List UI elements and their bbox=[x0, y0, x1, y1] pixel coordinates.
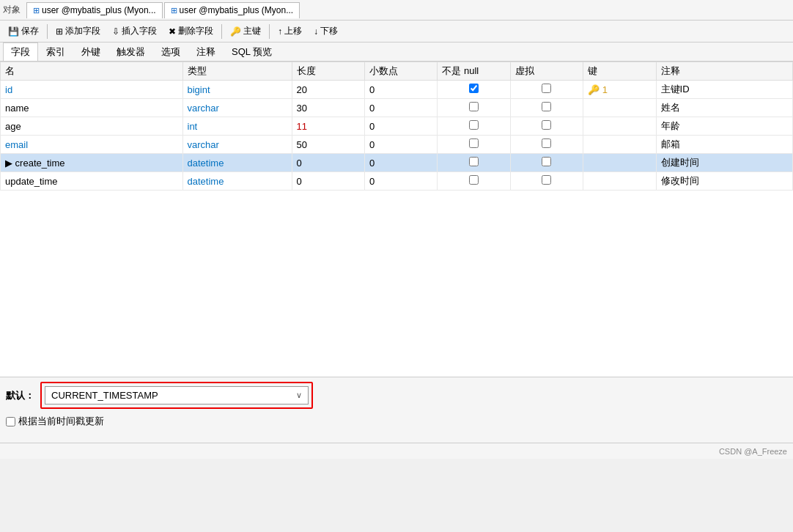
table-row[interactable]: emailvarchar500邮箱 bbox=[1, 136, 793, 154]
field-key-cell bbox=[583, 172, 656, 191]
virtual-checkbox[interactable] bbox=[542, 84, 551, 93]
field-name-cell[interactable]: id bbox=[1, 81, 183, 99]
field-virtual-cell bbox=[510, 117, 583, 136]
field-comment-cell[interactable]: 年龄 bbox=[656, 117, 792, 136]
notnull-checkbox[interactable] bbox=[469, 84, 479, 93]
field-name-cell[interactable]: name bbox=[1, 99, 183, 117]
field-decimal-cell[interactable]: 0 bbox=[364, 117, 437, 136]
move-down-button[interactable]: ↓ 下移 bbox=[309, 23, 343, 40]
key-icon: 🔑 1 bbox=[588, 84, 608, 95]
primary-key-button[interactable]: 🔑 主键 bbox=[225, 23, 266, 40]
add-field-button[interactable]: ⊞ 添加字段 bbox=[51, 23, 106, 40]
move-up-label: 上移 bbox=[284, 25, 302, 37]
move-down-label: 下移 bbox=[320, 25, 338, 37]
field-length-cell[interactable]: 50 bbox=[292, 136, 364, 154]
field-name-cell[interactable]: ▶ create_time bbox=[1, 154, 183, 172]
virtual-checkbox[interactable] bbox=[542, 120, 551, 130]
field-length-cell[interactable]: 11 bbox=[292, 117, 364, 136]
field-type-cell[interactable]: datetime bbox=[182, 154, 292, 172]
field-decimal-cell[interactable]: 0 bbox=[364, 99, 437, 117]
field-decimal-cell[interactable]: 0 bbox=[364, 81, 437, 99]
notnull-checkbox[interactable] bbox=[469, 102, 479, 111]
virtual-checkbox[interactable] bbox=[542, 157, 551, 166]
field-virtual-cell bbox=[510, 81, 583, 99]
tab-comments[interactable]: 注释 bbox=[188, 43, 224, 61]
primary-key-label: 主键 bbox=[243, 25, 261, 37]
insert-field-button[interactable]: ⇩ 插入字段 bbox=[107, 23, 162, 40]
move-up-button[interactable]: ↑ 上移 bbox=[273, 23, 307, 40]
virtual-checkbox[interactable] bbox=[542, 102, 551, 111]
notnull-checkbox[interactable] bbox=[469, 157, 479, 166]
save-icon: 💾 bbox=[8, 26, 19, 37]
field-key-cell bbox=[583, 154, 656, 172]
primary-key-icon: 🔑 bbox=[230, 26, 241, 37]
tab-triggers[interactable]: 触发器 bbox=[108, 43, 153, 61]
add-field-icon: ⊞ bbox=[56, 26, 63, 37]
table-row[interactable]: namevarchar300姓名 bbox=[1, 99, 793, 117]
field-decimal-cell[interactable]: 0 bbox=[364, 136, 437, 154]
field-notnull-cell bbox=[438, 172, 510, 191]
tab-1[interactable]: ⊞ user @mybatis_plus (Myon... bbox=[26, 2, 163, 18]
field-length-cell[interactable]: 20 bbox=[292, 81, 364, 99]
virtual-checkbox[interactable] bbox=[542, 138, 551, 148]
notnull-checkbox[interactable] bbox=[469, 138, 479, 148]
tab-foreign-keys[interactable]: 外键 bbox=[73, 43, 108, 61]
field-virtual-cell bbox=[510, 154, 583, 172]
default-label: 默认： bbox=[6, 389, 34, 402]
field-comment-cell[interactable]: 创建时间 bbox=[656, 154, 792, 172]
field-notnull-cell bbox=[438, 154, 510, 172]
tab-grid-icon-1: ⊞ bbox=[33, 6, 40, 15]
field-virtual-cell bbox=[510, 136, 583, 154]
virtual-checkbox[interactable] bbox=[542, 175, 551, 185]
table-header-row: 名 类型 长度 小数点 不是 null 虚拟 键 注释 bbox=[1, 62, 793, 81]
delete-field-label: 删除字段 bbox=[178, 25, 213, 37]
default-dropdown[interactable]: CURRENT_TIMESTAMP ∨ bbox=[45, 386, 309, 404]
notnull-checkbox[interactable] bbox=[469, 175, 479, 185]
field-type-cell[interactable]: varchar bbox=[182, 136, 292, 154]
insert-field-label: 插入字段 bbox=[122, 25, 157, 37]
delete-field-button[interactable]: ✖ 删除字段 bbox=[163, 23, 218, 40]
tab-indexes[interactable]: 索引 bbox=[38, 43, 73, 61]
field-comment-cell[interactable]: 主键ID bbox=[656, 81, 792, 99]
field-length-cell[interactable]: 30 bbox=[292, 99, 364, 117]
field-decimal-cell[interactable]: 0 bbox=[364, 154, 437, 172]
col-header-notnull: 不是 null bbox=[438, 62, 510, 81]
field-length-cell[interactable]: 0 bbox=[292, 172, 364, 191]
field-comment-cell[interactable]: 修改时间 bbox=[656, 172, 792, 191]
toolbar: 💾 保存 ⊞ 添加字段 ⇩ 插入字段 ✖ 删除字段 🔑 主键 ↑ 上移 ↓ 下移 bbox=[0, 21, 793, 43]
default-dropdown-wrapper: CURRENT_TIMESTAMP ∨ bbox=[40, 382, 313, 409]
update-section: 根据当前时间戳更新 bbox=[6, 415, 313, 428]
field-type-cell[interactable]: varchar bbox=[182, 99, 292, 117]
table-row[interactable]: ▶ create_timedatetime00创建时间 bbox=[1, 154, 793, 172]
tab-2[interactable]: ⊞ user @mybatis_plus (Myon... bbox=[164, 2, 300, 18]
field-type-cell[interactable]: int bbox=[182, 117, 292, 136]
update-label: 根据当前时间戳更新 bbox=[18, 415, 104, 428]
field-type-cell[interactable]: bigint bbox=[182, 81, 292, 99]
notnull-checkbox[interactable] bbox=[469, 120, 479, 130]
update-checkbox[interactable] bbox=[6, 417, 15, 426]
toolbar-sep-3 bbox=[269, 24, 270, 39]
move-down-icon: ↓ bbox=[314, 26, 318, 37]
table-row[interactable]: update_timedatetime00修改时间 bbox=[1, 172, 793, 191]
field-name-cell[interactable]: update_time bbox=[1, 172, 183, 191]
field-comment-cell[interactable]: 姓名 bbox=[656, 99, 792, 117]
field-comment-cell[interactable]: 邮箱 bbox=[656, 136, 792, 154]
field-decimal-cell[interactable]: 0 bbox=[364, 172, 437, 191]
add-field-label: 添加字段 bbox=[65, 25, 100, 37]
col-header-type: 类型 bbox=[182, 62, 292, 81]
save-button[interactable]: 💾 保存 bbox=[3, 23, 44, 40]
tab-indexes-label: 索引 bbox=[46, 46, 65, 57]
tab-sql-preview[interactable]: SQL 预览 bbox=[224, 43, 280, 61]
col-header-length: 长度 bbox=[292, 62, 364, 81]
col-header-key: 键 bbox=[583, 62, 656, 81]
table-row[interactable]: ageint110年龄 bbox=[1, 117, 793, 136]
field-length-cell[interactable]: 0 bbox=[292, 154, 364, 172]
field-name-cell[interactable]: age bbox=[1, 117, 183, 136]
tab-options[interactable]: 选项 bbox=[153, 43, 188, 61]
field-name-cell[interactable]: email bbox=[1, 136, 183, 154]
field-notnull-cell bbox=[438, 136, 510, 154]
field-type-cell[interactable]: datetime bbox=[182, 172, 292, 191]
table-row[interactable]: idbigint200🔑 1主键ID bbox=[1, 81, 793, 99]
tab-grid-icon-2: ⊞ bbox=[171, 6, 177, 15]
tab-fields[interactable]: 字段 bbox=[3, 43, 38, 61]
